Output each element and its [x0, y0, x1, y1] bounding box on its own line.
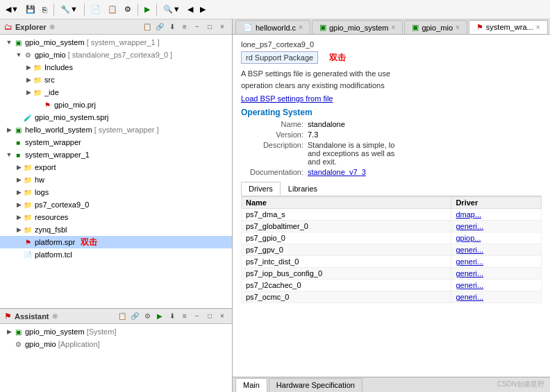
dbl-click-label-platform: 双击: [81, 237, 97, 248]
toolbar-btn-settings[interactable]: ⚙: [122, 3, 134, 15]
toolbar-btn-run[interactable]: ▶: [142, 3, 153, 15]
toolbar-btn-copy[interactable]: ⎘: [40, 4, 50, 15]
tab-gpio-mio-system[interactable]: ▣ gpio_mio_system ×: [312, 20, 403, 34]
toolbar-btn-newfile[interactable]: 📄: [88, 3, 103, 15]
explorer-btn-minimize[interactable]: −: [192, 22, 203, 33]
tab-close-helloworld[interactable]: ×: [299, 24, 303, 31]
watermark: CSDN创建星野: [497, 380, 544, 389]
prop-label-name: Name:: [241, 120, 303, 128]
explorer-btn-maximize[interactable]: □: [204, 22, 215, 33]
assistant-btn-down[interactable]: ⬇: [167, 311, 178, 322]
toolbar-btn-back[interactable]: ◀▼: [3, 3, 22, 15]
assistant-item-gpio-mio-app[interactable]: ▶ ⚙ gpio_mio [Application]: [0, 338, 232, 350]
toolbar-btn-clipboard[interactable]: 📋: [105, 3, 120, 15]
explorer-btn-down[interactable]: ⬇: [167, 22, 178, 33]
table-row: ps7_l2cachec_0generi...: [242, 280, 542, 291]
tree-item-zynq-fsbl[interactable]: ▶ 📁 zynq_fsbl: [0, 223, 232, 236]
tree-item-system-wrapper-1[interactable]: ▼ ■ system_wrapper_1: [0, 148, 232, 161]
prop-value-version: 7.3: [308, 130, 318, 139]
tree-item-hw[interactable]: ▶ 📁 hw: [0, 173, 232, 186]
toolbar-btn-prev[interactable]: ◀: [185, 3, 196, 15]
label-gpio-mio-system: gpio_mio_system [ system_wrapper_1 ]: [25, 38, 160, 46]
tab-label-helloworld: helloworld.c: [256, 24, 296, 32]
assistant-btn-maximize[interactable]: □: [204, 311, 215, 322]
toolbar-btn-next[interactable]: ▶: [197, 3, 208, 15]
assistant-btn-settings[interactable]: ⚙: [142, 311, 153, 322]
toolbar-btn-search[interactable]: 🔍▼: [160, 3, 183, 15]
assistant-item-gpio-mio-system[interactable]: ▶ ▣ gpio_mio_system [System]: [0, 325, 232, 338]
prop-value-docs[interactable]: standalone_v7_3: [308, 168, 366, 176]
icon-ide: 📁: [33, 87, 42, 97]
prop-row-name: Name: standalone: [241, 120, 542, 128]
assistant-btn-menu[interactable]: ≡: [179, 311, 190, 322]
tree-item-includes[interactable]: ▶ 📁 Includes: [0, 61, 232, 74]
explorer-header-icons: 📋 🔗 ⬇ ≡ − □ ×: [142, 22, 228, 33]
label-ide: _ide: [44, 88, 59, 96]
toolbar-divider-2: [84, 3, 85, 16]
assistant-btn-close[interactable]: ×: [217, 311, 228, 322]
sub-tab-libraries[interactable]: Libraries: [281, 182, 325, 196]
tab-close-system-wra[interactable]: ×: [536, 24, 540, 31]
tab-close-gpio-mio[interactable]: ×: [456, 24, 460, 31]
driver-value-cell[interactable]: generi...: [451, 244, 542, 256]
driver-value-cell[interactable]: generi...: [451, 291, 542, 303]
bsp-link-load[interactable]: Load BSP settings from file: [241, 94, 333, 103]
tree-item-gpio-mio-prj[interactable]: ▶ ⚑ gpio_mio.prj: [0, 99, 232, 111]
explorer-btn-close[interactable]: ×: [217, 22, 228, 33]
assistant-btn-minimize[interactable]: −: [192, 311, 203, 322]
assistant-btn-link[interactable]: 🔗: [129, 311, 140, 322]
explorer-btn-collapse[interactable]: 📋: [142, 22, 153, 33]
explorer-header: 🗂 Explorer ⊗ 📋 🔗 ⬇ ≡ − □ ×: [0, 19, 232, 35]
sub-tab-drivers[interactable]: Drivers: [241, 182, 281, 196]
arrow-hello-world-system: ▶: [6, 126, 12, 133]
tree-item-system-wrapper[interactable]: ▶ ■ system_wrapper: [0, 136, 232, 148]
bsp-description: A BSP settings file is generated with th…: [241, 68, 542, 91]
tree-item-logs[interactable]: ▶ 📁 logs: [0, 186, 232, 198]
arrow-export: ▶: [15, 164, 22, 171]
assistant-btn-collapse[interactable]: 📋: [117, 311, 128, 322]
tree-item-ide[interactable]: ▶ 📁 _ide: [0, 86, 232, 99]
assistant-header: ⚑ Assistant ⊗ 📋 🔗 ⚙ ▶ ⬇ ≡ − □ ×: [0, 309, 232, 324]
tree-item-src[interactable]: ▶ 📁 src: [0, 74, 232, 86]
tree-item-gpio-mio-system-sprj[interactable]: ▶ 🧪 gpio_mio_system.sprj: [0, 111, 232, 123]
label-gpio-mio-prj: gpio_mio.prj: [54, 101, 96, 109]
tree-item-export[interactable]: ▶ 📁 export: [0, 161, 232, 173]
label-zynq-fsbl: zynq_fsbl: [35, 225, 67, 234]
icon-system-wrapper-1: ■: [13, 150, 23, 160]
tree-item-platform-spr[interactable]: ▶ ⚑ platform.spr 双击: [0, 236, 232, 248]
assistant-btn-run[interactable]: ▶: [154, 311, 165, 322]
tab-helloworld[interactable]: 📄 helloworld.c ×: [235, 20, 310, 34]
tab-icon-gpio-mio: ▣: [412, 23, 419, 32]
label-ps7-cortexa9-0: ps7_cortexa9_0: [35, 201, 89, 209]
tree-item-ps7-cortexa9-0[interactable]: ▶ 📁 ps7_cortexa9_0: [0, 198, 232, 211]
icon-hello-world-system: ▣: [13, 125, 23, 135]
bottom-tab-hardware-spec[interactable]: Hardware Specification: [269, 378, 362, 392]
prop-value-desc: Standalone is a simple, loand exceptions…: [308, 141, 394, 166]
driver-value-cell[interactable]: generi...: [451, 256, 542, 268]
tree-item-gpio-mio-system[interactable]: ▼ ▣ gpio_mio_system [ system_wrapper_1 ]: [0, 36, 232, 49]
tree-item-platform-tcl[interactable]: ▶ 📄 platform.tcl: [0, 248, 232, 261]
explorer-btn-link[interactable]: 🔗: [154, 22, 165, 33]
arrow-resources: ▶: [15, 214, 22, 221]
label-resources: resources: [35, 213, 68, 221]
tab-system-wra[interactable]: ⚑ system_wra... ×: [469, 20, 548, 34]
tree-item-resources[interactable]: ▶ 📁 resources: [0, 211, 232, 223]
arrow-gpio-mio: ▼: [15, 51, 22, 58]
bottom-tab-main[interactable]: Main: [235, 378, 267, 392]
driver-value-cell[interactable]: gpiop...: [451, 232, 542, 244]
driver-value-cell[interactable]: generi...: [451, 280, 542, 291]
tree-item-hello-world-system[interactable]: ▶ ▣ hello_world_system [ system_wrapper …: [0, 123, 232, 136]
arrow-logs: ▶: [15, 189, 22, 196]
driver-value-cell[interactable]: generi...: [451, 268, 542, 280]
toolbar-btn-tool[interactable]: 🔧▼: [58, 3, 81, 15]
driver-value-cell[interactable]: generi...: [451, 221, 542, 232]
icon-gpio-mio-prj: ⚑: [42, 100, 52, 110]
tab-gpio-mio[interactable]: ▣ gpio_mio ×: [404, 20, 467, 34]
icon-hw: 📁: [23, 175, 33, 185]
explorer-btn-menu[interactable]: ≡: [179, 22, 190, 33]
table-row: ps7_dma_sdmap...: [242, 209, 542, 221]
tab-close-gpio-mio-system[interactable]: ×: [392, 24, 396, 31]
driver-value-cell[interactable]: dmap...: [451, 209, 542, 221]
toolbar-btn-save[interactable]: 💾: [23, 3, 38, 15]
tree-item-gpio-mio[interactable]: ▼ ⚙ gpio_mio [ standalone_ps7_cortexa9_0…: [0, 49, 232, 61]
